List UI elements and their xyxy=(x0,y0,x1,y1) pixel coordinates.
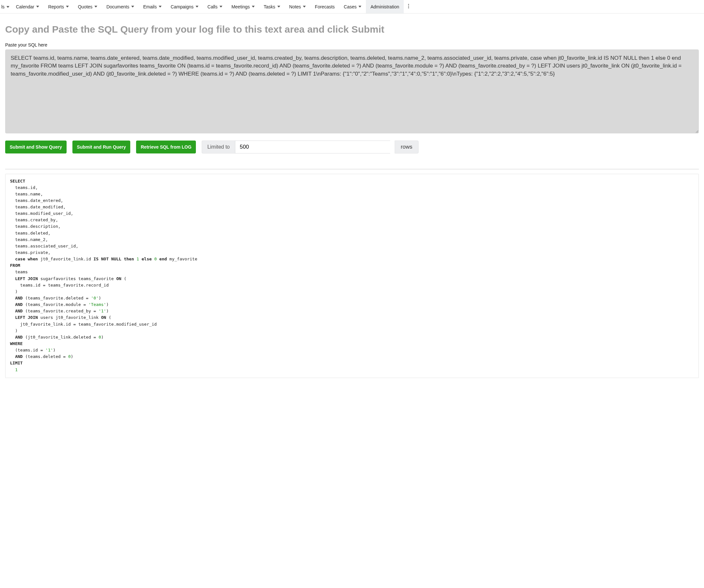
sql-kw: SELECT xyxy=(10,179,25,184)
chevron-down-icon xyxy=(6,4,9,9)
chevron-down-icon xyxy=(66,5,69,8)
chevron-down-icon xyxy=(131,5,134,8)
nav-item-label: Calendar xyxy=(16,4,34,9)
chevron-down-icon xyxy=(220,5,222,8)
page-title: Copy and Paste the SQL Query from your l… xyxy=(5,24,699,35)
nav-item-campaigns[interactable]: Campaigns xyxy=(166,0,203,13)
more-menu-button[interactable] xyxy=(404,0,413,13)
sql-field-label: Paste your SQL here xyxy=(5,42,699,48)
nav-item-label: ls xyxy=(1,4,4,9)
chevron-down-icon xyxy=(252,5,255,8)
nav-item-label: Reports xyxy=(48,4,64,9)
formatted-sql-output: SELECT teams.id, teams.name, teams.date_… xyxy=(5,174,699,378)
nav-item-notes[interactable]: Notes xyxy=(285,0,311,13)
limited-to-label: Limited to xyxy=(202,140,235,153)
submit-show-query-button[interactable]: Submit and Show Query xyxy=(5,140,67,153)
nav-item-documents[interactable]: Documents xyxy=(102,0,139,13)
nav-item-label: Campaigns xyxy=(171,4,194,9)
nav-item-label: Administration xyxy=(370,4,399,9)
nav-item-label: Cases xyxy=(344,4,357,9)
nav-item-meetings[interactable]: Meetings xyxy=(227,0,259,13)
retrieve-sql-button[interactable]: Retrieve SQL from LOG xyxy=(136,140,196,153)
nav-item-label: Quotes xyxy=(78,4,93,9)
chevron-down-icon xyxy=(95,5,97,8)
nav-item-calendar[interactable]: Calendar xyxy=(11,0,44,13)
rows-label: rows xyxy=(395,140,419,153)
nav-item-quotes[interactable]: Quotes xyxy=(73,0,102,13)
nav-item-label: Calls xyxy=(208,4,218,9)
nav-item-calls[interactable]: Calls xyxy=(203,0,227,13)
kebab-icon xyxy=(408,4,409,9)
actions-row: Submit and Show Query Submit and Run Que… xyxy=(5,140,699,153)
nav-item-administration[interactable]: Administration xyxy=(366,0,404,13)
limit-group: Limited to rows xyxy=(202,140,418,153)
nav-item-reports[interactable]: Reports xyxy=(44,0,73,13)
submit-run-query-button[interactable]: Submit and Run Query xyxy=(72,140,131,153)
chevron-down-icon xyxy=(159,5,162,8)
nav-item-forecasts[interactable]: Forecasts xyxy=(310,0,339,13)
nav-item-tasks[interactable]: Tasks xyxy=(259,0,285,13)
nav-item-label: Emails xyxy=(143,4,157,9)
nav-item-label: Notes xyxy=(289,4,301,9)
nav-item-label: Tasks xyxy=(264,4,275,9)
svg-point-2 xyxy=(408,7,409,8)
nav-item-cases[interactable]: Cases xyxy=(339,0,366,13)
svg-point-0 xyxy=(408,4,409,5)
divider xyxy=(5,169,699,169)
nav-item-label: Meetings xyxy=(231,4,250,9)
nav-item-emails[interactable]: Emails xyxy=(139,0,166,13)
nav-item-label: Documents xyxy=(106,4,129,9)
nav-item-partial[interactable]: ls xyxy=(1,0,11,13)
chevron-down-icon xyxy=(195,5,198,8)
chevron-down-icon xyxy=(358,5,361,8)
top-nav: ls CalendarReportsQuotesDocumentsEmailsC… xyxy=(0,0,704,13)
page-body: Copy and Paste the SQL Query from your l… xyxy=(0,13,704,386)
chevron-down-icon xyxy=(277,5,280,8)
svg-point-1 xyxy=(408,6,409,7)
nav-item-label: Forecasts xyxy=(315,4,335,9)
chevron-down-icon xyxy=(303,5,306,8)
chevron-down-icon xyxy=(36,5,39,8)
sql-input[interactable] xyxy=(5,50,699,133)
limit-input[interactable] xyxy=(235,140,390,153)
